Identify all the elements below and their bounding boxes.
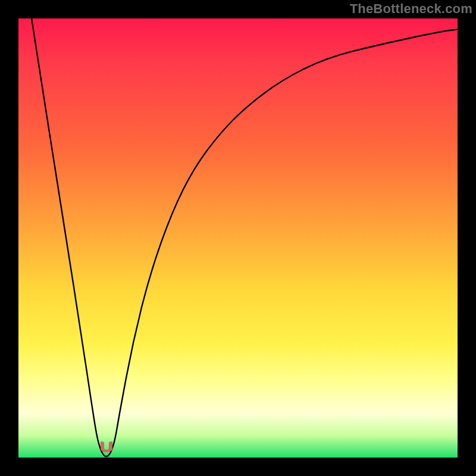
plot-area — [18, 18, 458, 458]
curve-layer — [18, 18, 458, 458]
bottleneck-curve — [32, 18, 458, 456]
chart-frame: TheBottleneck.com — [0, 0, 476, 476]
watermark-text: TheBottleneck.com — [350, 1, 472, 17]
